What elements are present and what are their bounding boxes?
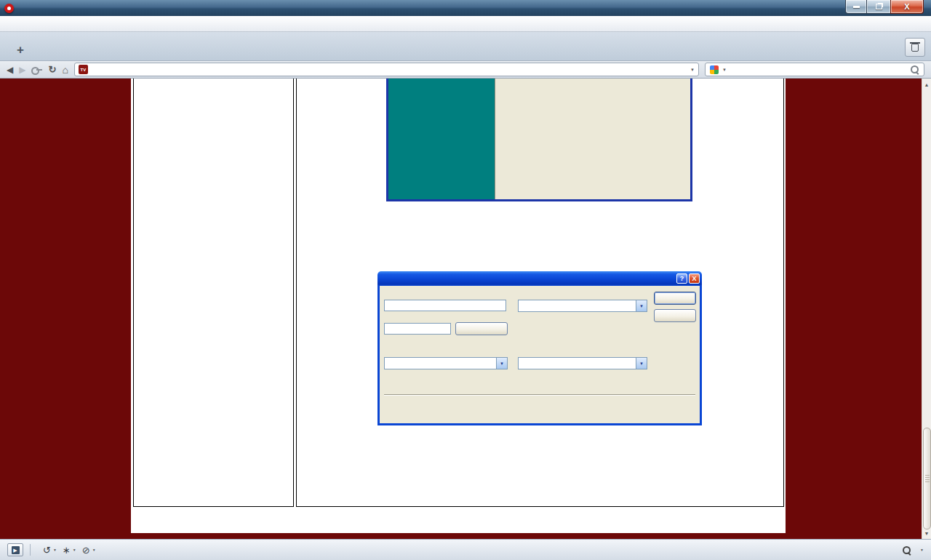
switchboard-teal-panel: [388, 79, 495, 199]
url-input[interactable]: [92, 63, 687, 76]
minimize-button[interactable]: [845, 0, 867, 14]
search-magnifier-icon[interactable]: [910, 65, 919, 74]
ok-button[interactable]: [654, 292, 696, 305]
statusbar-left: ▶ ↺▼ ∗▼ ⊘▼: [7, 543, 96, 556]
panels-toggle-button[interactable]: ▶: [7, 543, 23, 556]
combo-dropdown-icon[interactable]: ▼: [636, 358, 647, 369]
url-field[interactable]: ▼: [74, 63, 699, 76]
zoom-magnifier-icon: [902, 545, 911, 555]
window-controls: X: [845, 0, 924, 14]
restore-icon: [876, 4, 882, 9]
opera-logo-icon: [4, 4, 14, 13]
sync-icon[interactable]: ↺: [43, 545, 51, 556]
close-icon: X: [904, 3, 909, 11]
display-form-combo[interactable]: ▼: [518, 300, 647, 312]
dialog-close-button[interactable]: X: [689, 273, 700, 284]
app-title-input[interactable]: [384, 300, 506, 311]
menu-bar-combo[interactable]: ▼: [384, 357, 508, 369]
display-form-combo-value: [519, 300, 636, 311]
search-engine-dropdown-icon[interactable]: ▼: [722, 68, 727, 72]
url-dropdown-icon[interactable]: ▼: [690, 68, 695, 72]
home-button[interactable]: ⌂: [62, 65, 68, 75]
closed-tabs-trash-button[interactable]: [905, 38, 925, 57]
dialog-divider: [384, 394, 695, 396]
restore-button[interactable]: [867, 0, 890, 14]
chevron-down-icon[interactable]: ▼: [920, 548, 924, 552]
cancel-button[interactable]: [654, 309, 696, 322]
trash-icon: [911, 44, 919, 52]
close-button[interactable]: X: [890, 0, 924, 14]
minimize-icon: [853, 6, 860, 8]
dialog-body: ▼ ▼: [377, 286, 702, 425]
new-tab-button[interactable]: +: [12, 40, 29, 60]
statusbar-separator: [30, 544, 31, 556]
browse-button[interactable]: [455, 322, 508, 335]
scrollbar-thumb[interactable]: [923, 428, 931, 529]
dialog-titlebar: ? X: [377, 271, 702, 286]
forward-button[interactable]: ▶: [19, 65, 25, 74]
menubar: [0, 16, 931, 32]
addressbar: ◀ ▶ ↻ ⌂ ▼ ▼: [0, 61, 931, 79]
page-left-column: [133, 79, 294, 507]
page-body: ? X ▼: [131, 79, 786, 533]
dialog-help-button[interactable]: ?: [676, 273, 687, 284]
combo-dropdown-icon[interactable]: ▼: [496, 358, 507, 369]
search-field[interactable]: ▼: [705, 63, 924, 76]
menu-bar-combo-value: [385, 358, 496, 369]
reload-button[interactable]: ↻: [48, 65, 56, 74]
panel-toggle-icon: ▶: [12, 546, 20, 554]
opera-window: X + ◀ ▶ ↻ ⌂ ▼ ▼: [0, 0, 931, 560]
chevron-down-icon[interactable]: ▼: [92, 548, 96, 552]
page-content: ? X ▼: [296, 79, 784, 507]
statusbar-right: ▼: [902, 545, 924, 555]
tabbar: +: [0, 32, 931, 61]
wand-key-icon[interactable]: [31, 67, 42, 73]
titlebar: X: [0, 0, 931, 16]
statusbar: ▶ ↺▼ ∗▼ ⊘▼ ▼: [0, 539, 931, 560]
page-viewport: ? X ▼: [0, 79, 931, 539]
chevron-down-icon[interactable]: ▼: [73, 548, 76, 552]
startup-options-dialog: ? X ▼: [377, 271, 702, 425]
google-icon: [710, 65, 719, 74]
context-menu-combo-value: [519, 358, 636, 369]
search-input[interactable]: [730, 64, 906, 76]
combo-dropdown-icon[interactable]: ▼: [636, 300, 647, 311]
vertical-scrollbar[interactable]: ▲ ▼: [922, 79, 931, 539]
context-menu-combo[interactable]: ▼: [518, 357, 647, 369]
back-button[interactable]: ◀: [7, 65, 13, 74]
app-icon-input[interactable]: [384, 323, 451, 335]
scrollbar-up-icon[interactable]: ▲: [922, 80, 931, 89]
unite-icon[interactable]: ∗: [63, 545, 71, 556]
chevron-down-icon[interactable]: ▼: [53, 548, 57, 552]
access-switchboard-screenshot: [386, 79, 692, 201]
switchboard-items-panel: [495, 79, 690, 199]
site-favicon-tv: [79, 65, 88, 74]
content-blocker-icon[interactable]: ⊘: [82, 545, 90, 556]
scrollbar-down-icon[interactable]: ▼: [922, 529, 931, 537]
